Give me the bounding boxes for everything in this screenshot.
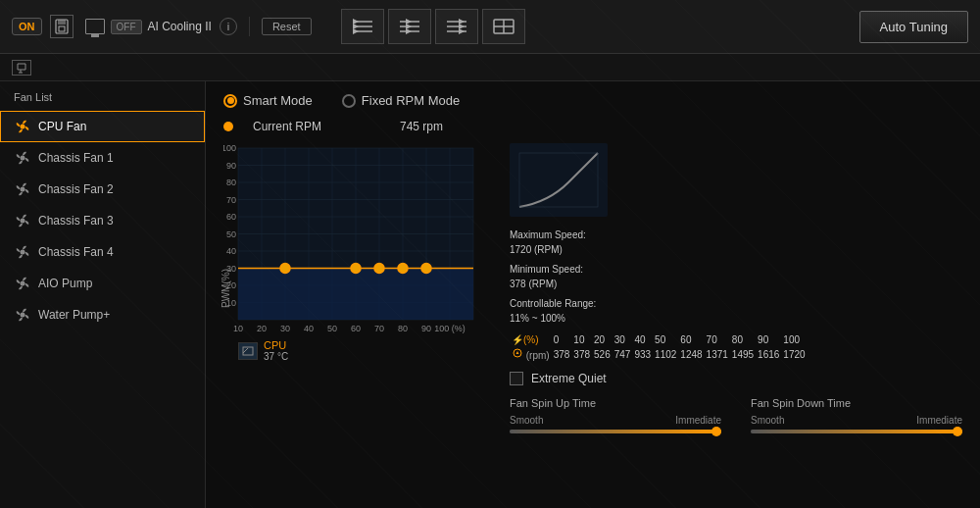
chart-legend: CPU 37 °C bbox=[238, 339, 478, 362]
rpm-table-rpm-row: (rpm) 378 378 526 747 933 1102 1248 1371… bbox=[510, 346, 808, 362]
toolbar: ON OFF AI Cooling II i Reset bbox=[0, 0, 980, 54]
max-speed-value: 1720 (RPM) bbox=[510, 244, 563, 255]
save-icon[interactable] bbox=[50, 15, 74, 38]
svg-text:50: 50 bbox=[327, 324, 337, 333]
extreme-quiet-checkbox[interactable] bbox=[510, 372, 523, 385]
spin-down-immediate-label: Immediate bbox=[916, 415, 962, 426]
info-button[interactable]: i bbox=[220, 18, 237, 35]
rpm-table: ⚡(%) 0 10 20 30 40 50 60 70 80 90 100 bbox=[510, 333, 962, 362]
smart-mode-label: Smart Mode bbox=[243, 93, 313, 108]
monitor-icon bbox=[85, 19, 105, 34]
fan-item-water[interactable]: Water Pump+ bbox=[0, 299, 205, 330]
fan-item-chassis4[interactable]: Chassis Fan 4 bbox=[0, 236, 205, 268]
fan-icon-water bbox=[15, 307, 30, 323]
svg-text:70: 70 bbox=[374, 324, 384, 333]
svg-text:80: 80 bbox=[226, 178, 236, 187]
auto-tuning-button[interactable]: Auto Tuning bbox=[859, 11, 968, 43]
divider bbox=[249, 17, 250, 36]
fan-curve-mini bbox=[510, 143, 608, 217]
fixed-rpm-label: Fixed RPM Mode bbox=[362, 93, 460, 108]
spin-down-group: Fan Spin Down Time Smooth Immediate bbox=[751, 397, 962, 433]
sub-toolbar bbox=[0, 54, 980, 81]
spin-down-smooth-label: Smooth bbox=[751, 415, 784, 426]
min-speed-label: Minimum Speed: bbox=[510, 264, 583, 275]
control-point-2[interactable] bbox=[351, 264, 361, 274]
reset-button[interactable]: Reset bbox=[262, 18, 312, 35]
spin-down-title: Fan Spin Down Time bbox=[751, 397, 962, 409]
fan-item-chassis3[interactable]: Chassis Fan 3 bbox=[0, 205, 205, 236]
on-toggle[interactable]: ON bbox=[12, 18, 42, 35]
fan-mode-btn-4[interactable] bbox=[482, 9, 525, 44]
fan-icon-cpu bbox=[15, 119, 30, 134]
spin-up-fill bbox=[510, 430, 721, 433]
spin-up-thumb[interactable] bbox=[711, 427, 721, 436]
fan-list-title: Fan List bbox=[0, 91, 205, 111]
svg-text:10: 10 bbox=[233, 324, 243, 333]
spin-up-immediate-label: Immediate bbox=[675, 415, 721, 426]
control-point-3[interactable] bbox=[374, 264, 384, 274]
main-content: Fan List CPU Fan Chassis Fan 1 bbox=[0, 81, 980, 508]
right-panel: Smart Mode Fixed RPM Mode Current RPM 74… bbox=[206, 81, 980, 508]
mode-row: Smart Mode Fixed RPM Mode bbox=[223, 93, 962, 108]
svg-text:60: 60 bbox=[226, 212, 236, 222]
svg-text:70: 70 bbox=[226, 195, 236, 205]
rpm-value: 745 rpm bbox=[400, 120, 443, 133]
info-panel: Maximum Speed: 1720 (RPM) Minimum Speed:… bbox=[494, 143, 962, 433]
fan-item-chassis2[interactable]: Chassis Fan 2 bbox=[0, 174, 205, 205]
fan-item-aio[interactable]: AIO Pump bbox=[0, 268, 205, 299]
svg-text:90: 90 bbox=[226, 161, 236, 171]
fan-item-chassis1-label: Chassis Fan 1 bbox=[38, 151, 114, 165]
svg-text:30: 30 bbox=[280, 324, 290, 333]
smart-mode-radio[interactable] bbox=[223, 94, 237, 108]
fixed-rpm-radio[interactable] bbox=[342, 94, 356, 108]
fan-icon-aio bbox=[15, 276, 30, 291]
fan-mode-btn-3[interactable] bbox=[435, 9, 478, 44]
toolbar-left: ON OFF AI Cooling II i Reset bbox=[12, 15, 312, 38]
fixed-rpm-option[interactable]: Fixed RPM Mode bbox=[342, 93, 460, 108]
off-badge[interactable]: OFF bbox=[111, 20, 142, 34]
spin-up-group: Fan Spin Up Time Smooth Immediate bbox=[510, 397, 721, 433]
spin-down-thumb[interactable] bbox=[953, 427, 962, 436]
fan-curve-chart[interactable]: 100 90 80 70 60 50 40 30 20 10 10 bbox=[223, 143, 478, 334]
svg-point-17 bbox=[21, 125, 25, 129]
svg-point-18 bbox=[21, 156, 25, 161]
control-point-1[interactable] bbox=[280, 264, 290, 274]
ai-cooling-group: OFF AI Cooling II bbox=[85, 19, 212, 34]
fan-item-water-label: Water Pump+ bbox=[38, 308, 110, 322]
svg-text:50: 50 bbox=[226, 229, 236, 239]
rpm-label: Current RPM bbox=[253, 120, 321, 133]
svg-point-21 bbox=[21, 250, 25, 255]
svg-text:20: 20 bbox=[257, 324, 267, 333]
fan-mode-btn-2[interactable] bbox=[388, 9, 431, 44]
smart-mode-option[interactable]: Smart Mode bbox=[223, 93, 313, 108]
spin-up-slider[interactable] bbox=[510, 430, 721, 433]
controllable-value: 11% ~ 100% bbox=[510, 313, 565, 324]
svg-line-69 bbox=[243, 348, 248, 353]
spin-down-labels: Smooth Immediate bbox=[751, 415, 962, 426]
svg-point-20 bbox=[21, 219, 25, 224]
rpm-table-percent-row: ⚡(%) 0 10 20 30 40 50 60 70 80 90 100 bbox=[510, 333, 808, 346]
fan-icon-chassis1 bbox=[15, 150, 30, 166]
fan-item-chassis1[interactable]: Chassis Fan 1 bbox=[0, 142, 205, 174]
fan-mode-btn-1[interactable] bbox=[341, 9, 384, 44]
fan-item-cpu[interactable]: CPU Fan bbox=[0, 111, 205, 142]
min-speed-value: 378 (RPM) bbox=[510, 279, 557, 289]
svg-text:80: 80 bbox=[398, 324, 408, 333]
fan-icon-chassis2 bbox=[15, 181, 30, 197]
svg-text:60: 60 bbox=[351, 324, 361, 333]
min-speed-info: Minimum Speed: 378 (RPM) bbox=[510, 262, 962, 292]
chart-area: PWM(%) bbox=[223, 143, 478, 433]
control-point-5[interactable] bbox=[421, 264, 431, 274]
svg-text:40: 40 bbox=[304, 324, 314, 333]
extreme-quiet-row: Extreme Quiet bbox=[510, 372, 962, 385]
chart-container: PWM(%) bbox=[223, 143, 962, 433]
max-speed-label: Maximum Speed: bbox=[510, 229, 586, 240]
spin-down-slider[interactable] bbox=[751, 430, 962, 433]
svg-text:100: 100 bbox=[223, 143, 236, 153]
control-point-4[interactable] bbox=[398, 264, 408, 274]
legend-text: CPU 37 °C bbox=[264, 339, 288, 362]
svg-text:100 (%): 100 (%) bbox=[434, 324, 466, 333]
controllable-info: Controllable Range: 11% ~ 100% bbox=[510, 296, 962, 327]
fan-item-chassis3-label: Chassis Fan 3 bbox=[38, 214, 114, 228]
svg-text:90: 90 bbox=[421, 324, 431, 333]
